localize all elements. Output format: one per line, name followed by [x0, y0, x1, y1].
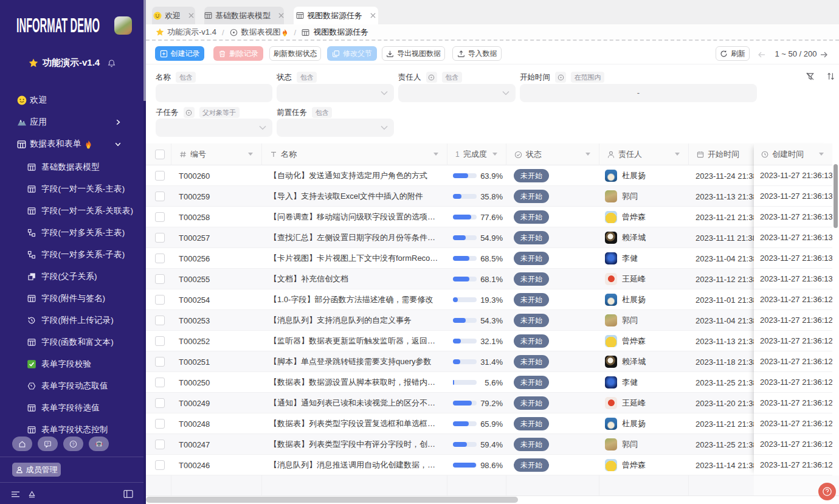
svg-text:?: ? — [46, 441, 49, 445]
svg-text:?: ? — [72, 441, 75, 446]
